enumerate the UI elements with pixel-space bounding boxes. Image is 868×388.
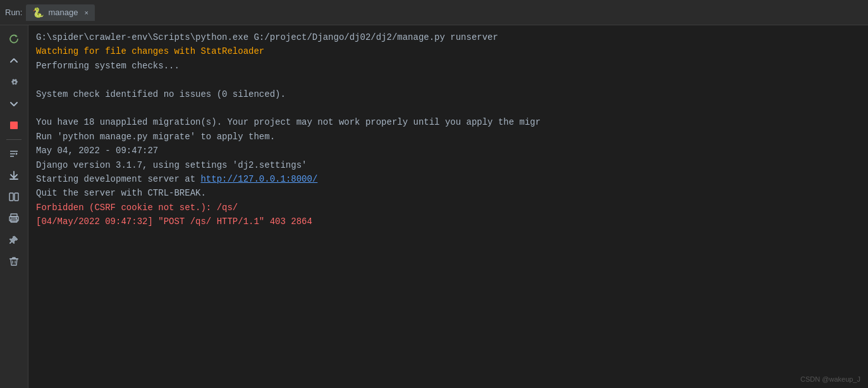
console-line-9: Starting development server at http://12… (36, 172, 860, 186)
title-bar: Run: 🐍 manage × (0, 0, 868, 25)
divider-1 (6, 139, 21, 140)
tab-close-button[interactable]: × (84, 9, 88, 16)
softwrap-button[interactable] (5, 145, 23, 163)
dev-server-text: Starting development server at (36, 174, 200, 184)
console-line-5: You have 18 unapplied migration(s). Your… (36, 115, 860, 129)
rerun-button[interactable] (5, 30, 23, 48)
console-line-7: May 04, 2022 - 09:47:27 (36, 144, 860, 158)
svg-point-11 (16, 218, 17, 219)
toolbar (0, 25, 28, 388)
python-icon: 🐍 (32, 7, 44, 18)
console-line-12: [04/May/2022 09:47:32] "POST /qs/ HTTP/1… (36, 215, 860, 228)
wrench-button[interactable] (5, 73, 23, 91)
tab-label: manage (48, 8, 78, 17)
scroll-down-button[interactable] (5, 95, 23, 113)
console-line-2: Watching for file changes with StatReloa… (36, 44, 860, 58)
scroll-up-button[interactable] (5, 52, 23, 70)
console-line-8: Django version 3.1.7, using settings 'dj… (36, 158, 860, 172)
watermark: CSDN @wakeup_J (800, 375, 860, 383)
svg-rect-6 (9, 193, 13, 201)
manage-tab[interactable]: 🐍 manage × (26, 4, 94, 21)
console-line-3: Performing system checks... (36, 59, 860, 73)
svg-rect-0 (10, 122, 18, 129)
save-output-button[interactable] (5, 166, 23, 184)
run-label: Run: (5, 8, 22, 17)
print-button[interactable] (5, 210, 23, 227)
console-line-11: Forbidden (CSRF cookie not set.): /qs/ (36, 201, 860, 215)
stop-button[interactable] (5, 116, 23, 134)
svg-rect-7 (15, 193, 18, 201)
console-line-blank-1 (36, 73, 860, 87)
console-line-10: Quit the server with CTRL-BREAK. (36, 186, 860, 200)
console-line-blank-2 (36, 101, 860, 115)
pin-button[interactable] (5, 231, 23, 249)
clear-button[interactable] (5, 253, 23, 270)
split-button[interactable] (5, 188, 23, 206)
console-line-4: System check identified no issues (0 sil… (36, 87, 860, 101)
console-line-1: G:\spider\crawler-env\Scripts\python.exe… (36, 30, 860, 44)
console-output: G:\spider\crawler-env\Scripts\python.exe… (28, 25, 868, 388)
console-line-6: Run 'python manage.py migrate' to apply … (36, 130, 860, 144)
main-container: G:\spider\crawler-env\Scripts\python.exe… (0, 25, 868, 388)
dev-server-link[interactable]: http://127.0.0.1:8000/ (200, 174, 317, 184)
